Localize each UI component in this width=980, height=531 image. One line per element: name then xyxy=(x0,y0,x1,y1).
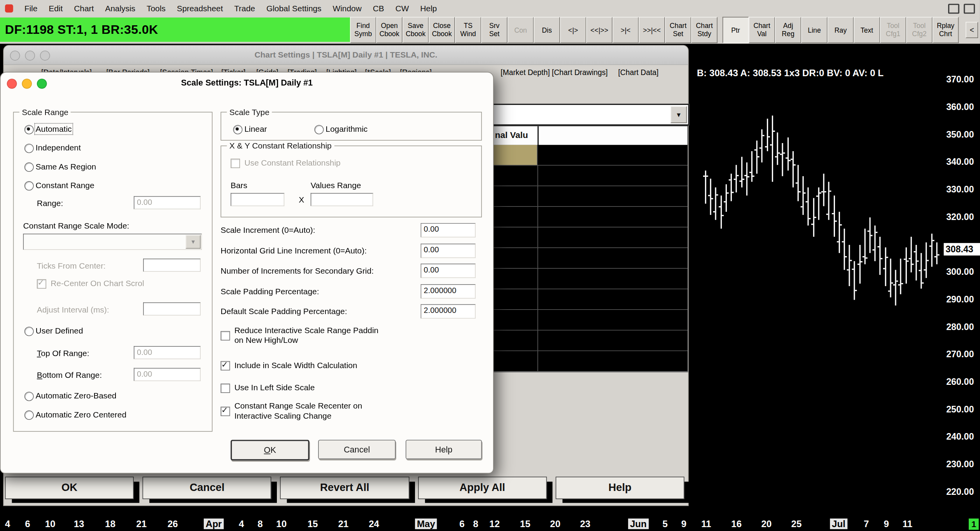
menu-tools[interactable]: Tools xyxy=(141,3,172,13)
ohlc-bar xyxy=(864,229,865,264)
replay-chart-button[interactable]: Rplay Chrt xyxy=(933,17,959,43)
menu-cb[interactable]: CB xyxy=(367,3,390,13)
chart-settings-apply-all-button[interactable]: Apply All xyxy=(418,477,547,499)
menu-cw[interactable]: CW xyxy=(390,3,415,13)
numeric-field[interactable]: 0.00 xyxy=(421,243,476,258)
radio-constant-range-label: Constant Range xyxy=(36,180,94,190)
menu-file[interactable]: File xyxy=(19,3,43,13)
numeric-field[interactable]: 0.00 xyxy=(421,264,476,278)
radio-linear[interactable] xyxy=(233,125,242,134)
price-label: 250.00 xyxy=(946,404,974,414)
close-tick xyxy=(727,192,729,193)
radio-logarithmic[interactable] xyxy=(314,125,324,134)
checkbox[interactable] xyxy=(220,331,230,340)
line-tool-button[interactable]: Line xyxy=(801,17,827,43)
pointer-tool-button[interactable]: Ptr xyxy=(723,17,749,43)
checkbox[interactable] xyxy=(220,406,230,416)
radio-constant-range[interactable] xyxy=(24,181,34,190)
radio-independent[interactable] xyxy=(24,144,34,153)
close-tick xyxy=(788,160,790,161)
open-tick xyxy=(929,246,931,247)
menu-edit[interactable]: Edit xyxy=(43,3,68,13)
help-button[interactable]: Help xyxy=(406,440,482,459)
ohlc-bar xyxy=(792,152,793,187)
ts-window-button[interactable]: TS Wind xyxy=(455,17,481,43)
chart-settings-revert-all-button[interactable]: Revert All xyxy=(280,477,409,499)
menu-analysis[interactable]: Analysis xyxy=(100,3,141,13)
open-tick xyxy=(744,175,746,176)
save-chartbook-button[interactable]: Save Cbook xyxy=(402,17,429,43)
ohlc-bar xyxy=(833,196,835,237)
close-tick xyxy=(922,282,924,283)
open-tick xyxy=(903,259,905,260)
maximize-icon[interactable] xyxy=(964,4,975,14)
close-tick xyxy=(917,260,919,262)
ticks-from-center-field xyxy=(143,259,201,272)
close-tick xyxy=(747,176,749,177)
cancel-button[interactable]: Cancel xyxy=(318,440,396,459)
checkbox[interactable] xyxy=(220,361,230,370)
open-tick xyxy=(796,183,798,184)
radio-user-defined[interactable] xyxy=(24,327,34,336)
price-label: 340.00 xyxy=(946,157,974,167)
find-symbol-button[interactable]: Find Symb xyxy=(350,17,376,43)
open-tick xyxy=(919,270,921,271)
data-feed-status: DF:1198 ST:1, 1 BR:35.0K xyxy=(0,17,354,42)
numeric-field[interactable]: 2.000000 xyxy=(421,284,476,298)
checkbox[interactable] xyxy=(220,383,230,393)
chart-settings-button[interactable]: Chart Set xyxy=(665,17,691,43)
scroll-right-button[interactable]: >|< xyxy=(612,17,639,43)
close-tick xyxy=(773,130,775,131)
tab-chart-data[interactable]: [Chart Data] xyxy=(618,68,658,77)
ohlc-bar xyxy=(905,248,906,283)
price-label: 220.00 xyxy=(946,487,974,497)
chart-values-button[interactable]: Chart Val xyxy=(749,17,775,43)
window-title-bar[interactable]: Chart Settings | TSLA[M] Daily #1 | TESL… xyxy=(4,45,688,65)
open-chartbook-button[interactable]: Open Cbook xyxy=(376,17,402,43)
ohlc-bar xyxy=(818,187,819,220)
radio-same-as-region[interactable] xyxy=(24,162,34,172)
field-label: Default Scale Padding Percentage: xyxy=(220,307,347,316)
tab-chart-drawings[interactable]: [Chart Drawings] xyxy=(552,68,608,77)
page-right-button[interactable]: >>|<< xyxy=(639,17,665,43)
menu-help[interactable]: Help xyxy=(415,3,443,13)
tab-market-depth[interactable]: [Market Depth] xyxy=(500,68,550,77)
ray-tool-button[interactable]: Ray xyxy=(828,17,854,43)
scroll-left-button[interactable]: <|> xyxy=(560,17,586,43)
text-tool-button[interactable]: Text xyxy=(854,17,880,43)
chart-settings-cancel-button[interactable]: Cancel xyxy=(143,477,271,499)
toolbar-collapse-button[interactable]: < xyxy=(966,22,978,38)
radio-automatic[interactable] xyxy=(24,125,34,134)
chart-settings-help-button[interactable]: Help xyxy=(555,477,684,499)
numeric-field[interactable]: 2.000000 xyxy=(421,304,476,319)
chart-settings-ok-button[interactable]: OK xyxy=(5,477,134,499)
menu-trade[interactable]: Trade xyxy=(229,3,261,13)
checkbox xyxy=(37,279,46,288)
open-tick xyxy=(847,269,849,271)
table-cell xyxy=(538,289,688,309)
radio-automatic-zero-centered[interactable] xyxy=(24,410,34,420)
minimize-icon[interactable] xyxy=(948,4,959,14)
ok-button[interactable]: OK xyxy=(231,440,309,460)
ohlc-bar xyxy=(854,261,855,300)
numeric-field[interactable]: 0.00 xyxy=(421,223,476,238)
menu-window[interactable]: Window xyxy=(327,3,367,13)
radio-automatic-zero-based[interactable] xyxy=(24,392,34,401)
column-divider xyxy=(537,126,539,146)
chevron-down-icon[interactable]: ▼ xyxy=(670,106,687,123)
adjust-region-button[interactable]: Adj Reg xyxy=(775,17,801,43)
menu-global-settings[interactable]: Global Settings xyxy=(261,3,327,13)
x-separator-label: X xyxy=(299,195,304,204)
ohlc-bar xyxy=(741,157,742,187)
close-chartbook-button[interactable]: Close Cbook xyxy=(429,17,455,43)
table-cell xyxy=(537,145,688,165)
close-tick xyxy=(932,240,934,241)
chart-study-button[interactable]: Chart Stdy xyxy=(691,17,717,43)
ohlc-bar xyxy=(890,259,891,297)
server-settings-button[interactable]: Srv Set xyxy=(481,17,507,43)
table-cell xyxy=(538,248,688,268)
page-left-button[interactable]: <<|>> xyxy=(586,17,612,43)
disconnect-button[interactable]: Dis xyxy=(534,17,560,43)
menu-chart[interactable]: Chart xyxy=(68,3,100,13)
menu-spreadsheet[interactable]: Spreadsheet xyxy=(171,3,228,13)
